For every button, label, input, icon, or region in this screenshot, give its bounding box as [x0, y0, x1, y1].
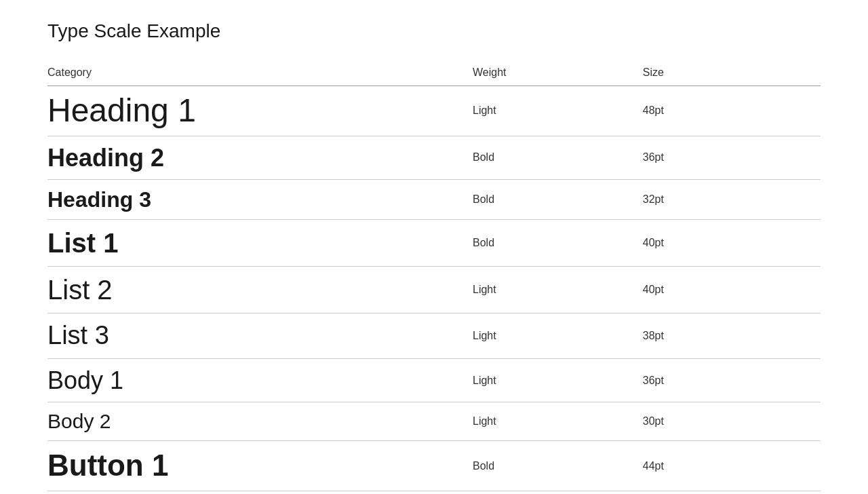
category-cell-heading2: Heading 2: [47, 136, 473, 179]
table-row: Caption 1Light22pt: [47, 491, 821, 494]
size-cell-button1: 44pt: [643, 441, 821, 491]
weight-cell-heading1: Light: [473, 86, 643, 136]
weight-cell-heading2: Bold: [473, 136, 643, 179]
size-cell-heading2: 36pt: [643, 136, 821, 179]
size-cell-heading1: 48pt: [643, 86, 821, 136]
size-cell-list3: 38pt: [643, 314, 821, 359]
page-title: Type Scale Example: [47, 20, 821, 42]
size-cell-list2: 40pt: [643, 267, 821, 314]
category-cell-body1: Body 1: [47, 358, 473, 402]
category-cell-list1: List 1: [47, 220, 473, 267]
table-row: List 2Light40pt: [47, 267, 821, 314]
weight-cell-body2: Light: [473, 402, 643, 441]
category-cell-button1: Button 1: [47, 441, 473, 491]
size-cell-body1: 36pt: [643, 358, 821, 402]
table-header-row: Category Weight Size: [47, 61, 821, 86]
type-scale-table: Category Weight Size Heading 1Light48ptH…: [47, 61, 821, 494]
table-row: Heading 2Bold36pt: [47, 136, 821, 179]
category-cell-heading3: Heading 3: [47, 179, 473, 219]
size-cell-caption1: 22pt: [643, 491, 821, 494]
table-row: List 1Bold40pt: [47, 220, 821, 267]
weight-cell-list3: Light: [473, 314, 643, 359]
weight-cell-list1: Bold: [473, 220, 643, 267]
size-cell-list1: 40pt: [643, 220, 821, 267]
size-cell-body2: 30pt: [643, 402, 821, 441]
table-row: Body 1Light36pt: [47, 358, 821, 402]
category-cell-list2: List 2: [47, 267, 473, 314]
weight-cell-button1: Bold: [473, 441, 643, 491]
table-row: Button 1Bold44pt: [47, 441, 821, 491]
column-header-weight: Weight: [473, 61, 643, 86]
weight-cell-body1: Light: [473, 358, 643, 402]
weight-cell-list2: Light: [473, 267, 643, 314]
table-row: Body 2Light30pt: [47, 402, 821, 441]
table-row: Heading 3Bold32pt: [47, 179, 821, 219]
column-header-size: Size: [643, 61, 821, 86]
table-row: List 3Light38pt: [47, 314, 821, 359]
category-cell-heading1: Heading 1: [47, 86, 473, 136]
category-cell-list3: List 3: [47, 314, 473, 359]
category-cell-body2: Body 2: [47, 402, 473, 441]
size-cell-heading3: 32pt: [643, 179, 821, 219]
table-row: Heading 1Light48pt: [47, 86, 821, 136]
category-cell-caption1: Caption 1: [47, 491, 473, 494]
weight-cell-heading3: Bold: [473, 179, 643, 219]
column-header-category: Category: [47, 61, 473, 86]
weight-cell-caption1: Light: [473, 491, 643, 494]
